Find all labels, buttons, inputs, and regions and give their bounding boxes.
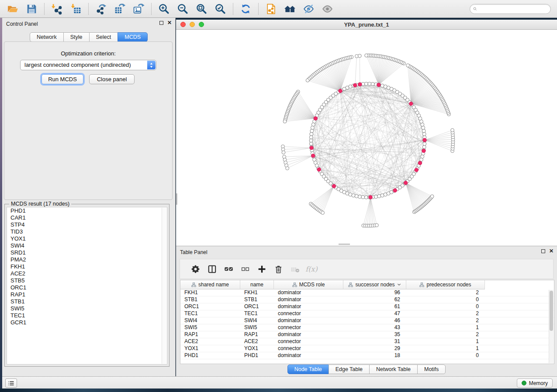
close-panel-button[interactable]: Close panel: [89, 74, 135, 84]
ring-node[interactable]: [310, 129, 314, 133]
ring-node[interactable]: [422, 126, 425, 130]
mcds-node[interactable]: [317, 168, 321, 172]
table-row[interactable]: ACE2ACE2connector311: [180, 338, 554, 345]
satellite-node[interactable]: [375, 224, 378, 227]
show-details-icon[interactable]: [318, 1, 337, 16]
mcds-result-item[interactable]: CAR1: [7, 214, 167, 221]
table-scrollbar[interactable]: [549, 290, 554, 363]
ring-node[interactable]: [422, 145, 426, 149]
mcds-node[interactable]: [310, 146, 314, 150]
tab-edge-table[interactable]: Edge Table: [329, 364, 370, 374]
mcds-result-item[interactable]: PHD1: [7, 207, 167, 214]
close-panel-icon[interactable]: ✕: [167, 21, 172, 25]
import-network-icon[interactable]: [48, 1, 66, 16]
ring-node[interactable]: [352, 194, 355, 197]
mcds-list-scrollbar[interactable]: [162, 208, 166, 364]
mcds-result-item[interactable]: PMA2: [7, 256, 167, 263]
column-header-shared-name[interactable]: shared name: [180, 280, 240, 289]
mcds-node[interactable]: [404, 181, 408, 185]
mcds-node[interactable]: [415, 168, 419, 172]
add-entry-icon[interactable]: [253, 261, 270, 276]
ring-node[interactable]: [364, 82, 368, 86]
mcds-node[interactable]: [418, 161, 422, 165]
zoom-fit-icon[interactable]: [192, 1, 211, 16]
table-row[interactable]: FKH1FKH1dominator962: [180, 289, 554, 296]
mcds-result-item[interactable]: SRD1: [7, 249, 167, 256]
mcds-result-item[interactable]: STB5: [7, 277, 167, 284]
ring-node[interactable]: [374, 195, 378, 199]
zoom-in-icon[interactable]: [155, 1, 173, 16]
mcds-node[interactable]: [353, 83, 357, 87]
satellite-node[interactable]: [283, 120, 287, 123]
mcds-node[interactable]: [369, 196, 373, 199]
mcds-node[interactable]: [409, 102, 413, 106]
open-file-icon[interactable]: [3, 1, 22, 16]
network-graph[interactable]: [176, 30, 557, 246]
ring-node[interactable]: [377, 194, 381, 198]
mcds-node[interactable]: [393, 189, 397, 193]
mcds-node[interactable]: [358, 83, 362, 86]
table-row[interactable]: SWI4SWI4dominator462: [180, 317, 554, 324]
ring-node[interactable]: [421, 155, 424, 158]
ring-node[interactable]: [422, 129, 426, 133]
memory-button[interactable]: Memory: [517, 378, 553, 388]
zoom-out-icon[interactable]: [173, 1, 192, 16]
mcds-result-item[interactable]: SWI5: [7, 305, 167, 312]
zoom-selected-icon[interactable]: [211, 1, 230, 16]
satellite-node[interactable]: [306, 79, 309, 82]
float-panel-icon[interactable]: [159, 21, 163, 25]
hide-details-icon[interactable]: [299, 1, 318, 16]
satellite-node[interactable]: [365, 54, 368, 57]
satellite-node[interactable]: [358, 54, 361, 58]
mcds-result-item[interactable]: ACE2: [7, 270, 167, 277]
mcds-node[interactable]: [311, 154, 315, 158]
mcds-node[interactable]: [422, 149, 426, 153]
column-header-predecessor-nodes[interactable]: predecessor nodes: [406, 280, 485, 289]
table-row[interactable]: ORC1ORC1dominator610: [180, 303, 554, 310]
ring-node[interactable]: [361, 196, 365, 199]
mcds-result-item[interactable]: TID3: [7, 228, 167, 235]
table-scrollbar-thumb[interactable]: [550, 291, 553, 331]
float-table-panel-icon[interactable]: [541, 249, 545, 253]
ring-node[interactable]: [371, 82, 374, 86]
ring-node[interactable]: [422, 132, 426, 136]
optimization-criterion-select[interactable]: largest connected component (undirected): [20, 60, 156, 70]
mcds-result-item[interactable]: RAP1: [7, 291, 167, 298]
column-header-successor-nodes[interactable]: successor nodes: [343, 280, 406, 289]
mcds-node[interactable]: [339, 89, 343, 93]
mcds-node[interactable]: [314, 117, 318, 120]
export-network-icon[interactable]: [92, 1, 111, 16]
export-table-icon[interactable]: [111, 1, 129, 16]
table-row[interactable]: STB1STB1dominator620: [180, 296, 554, 303]
mcds-result-item[interactable]: ORC1: [7, 284, 167, 291]
tab-motifs[interactable]: Motifs: [417, 364, 446, 374]
ring-node[interactable]: [364, 196, 368, 199]
export-image-icon[interactable]: [129, 1, 148, 16]
tab-network-table[interactable]: Network Table: [369, 364, 418, 374]
ring-node[interactable]: [423, 142, 426, 145]
close-table-panel-icon[interactable]: ✕: [549, 249, 554, 254]
column-header-MCDS-role[interactable]: MCDS role: [274, 280, 343, 289]
ring-node[interactable]: [309, 139, 313, 142]
deselect-all-icon[interactable]: [237, 261, 253, 276]
tab-select[interactable]: Select: [89, 32, 118, 42]
save-session-icon[interactable]: [22, 1, 41, 16]
network-view-canvas[interactable]: [176, 30, 557, 246]
mcds-result-item[interactable]: TEC1: [7, 312, 167, 319]
mcds-result-item[interactable]: FKH1: [7, 263, 167, 270]
ring-node[interactable]: [311, 123, 315, 126]
ring-node[interactable]: [381, 84, 384, 87]
ring-node[interactable]: [311, 126, 314, 130]
table-row[interactable]: SWI5SWI5connector431: [180, 324, 554, 331]
share-document-icon[interactable]: [262, 1, 280, 16]
mcds-node[interactable]: [332, 184, 336, 188]
home-icon[interactable]: [280, 1, 299, 16]
tab-network[interactable]: Network: [30, 32, 64, 42]
column-header-name[interactable]: name: [240, 280, 274, 289]
ring-node[interactable]: [358, 195, 361, 199]
import-table-icon[interactable]: [66, 1, 85, 16]
mcds-result-item[interactable]: SWI4: [7, 242, 167, 249]
ring-node[interactable]: [309, 136, 313, 139]
ring-node[interactable]: [310, 132, 313, 136]
tab-mcds[interactable]: MCDS: [118, 32, 148, 42]
